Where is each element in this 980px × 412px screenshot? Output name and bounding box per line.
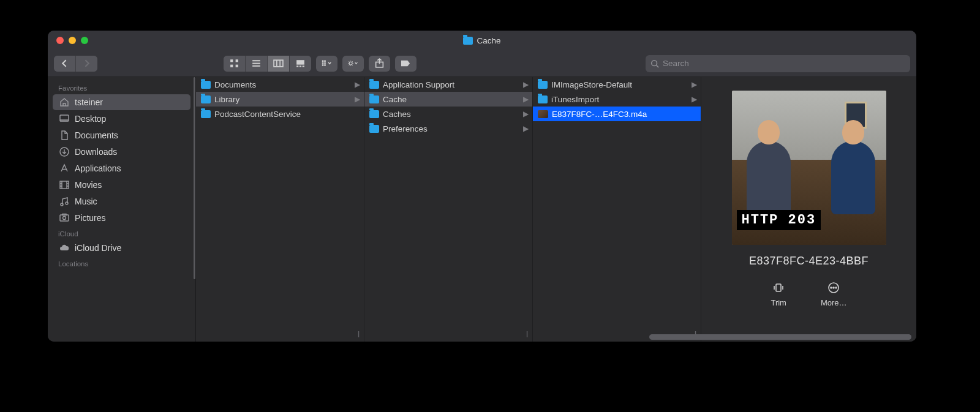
traffic-lights: [56, 37, 88, 44]
sidebar-item-desktop[interactable]: Desktop: [48, 111, 195, 127]
column-resize-handle[interactable]: ||: [358, 331, 363, 338]
chevron-right-icon: [81, 58, 92, 69]
icon-view-icon: [229, 58, 239, 69]
sidebar-item-movies[interactable]: Movies: [48, 177, 195, 193]
list-view-button[interactable]: [245, 56, 267, 72]
column: Application Support▶Cache▶Caches▶Prefere…: [364, 77, 533, 342]
svg-rect-2: [230, 65, 233, 67]
svg-point-24: [63, 217, 66, 220]
svg-rect-20: [60, 181, 69, 189]
share-button[interactable]: [369, 56, 390, 72]
tags-button-group: [395, 56, 417, 72]
chevron-right-icon: ▶: [523, 80, 529, 89]
folder-row[interactable]: Documents▶: [196, 77, 364, 92]
preview-badge: HTTP 203: [737, 210, 821, 230]
sidebar-item-music[interactable]: Music: [48, 193, 195, 209]
trim-label: Trim: [771, 298, 786, 307]
folder-row[interactable]: IMImageStore-Default▶: [533, 77, 701, 92]
sidebar-item-label: Documents: [75, 130, 118, 140]
preview-thumbnail: HTTP 203: [732, 91, 886, 245]
folder-row[interactable]: iTunesImport▶: [533, 92, 701, 107]
more-button[interactable]: More…: [821, 281, 847, 307]
gallery-view-icon: [295, 58, 306, 69]
tags-button[interactable]: [395, 56, 417, 72]
row-label: Cache: [383, 95, 519, 104]
chevron-right-icon: ▶: [523, 110, 529, 118]
sidebar-item-downloads[interactable]: Downloads: [48, 144, 195, 160]
row-label: Application Support: [383, 80, 519, 89]
home-icon: [59, 97, 70, 108]
search-icon: [650, 59, 659, 68]
svg-rect-6: [296, 66, 298, 67]
sidebar-item-label: Downloads: [75, 147, 117, 157]
more-icon: [827, 281, 840, 294]
gear-chevron-icon: [348, 58, 358, 69]
doc-icon: [59, 130, 70, 141]
folder-row[interactable]: Library▶: [196, 92, 364, 107]
icon-view-button[interactable]: [224, 56, 245, 72]
sidebar-item-pictures[interactable]: Pictures: [48, 210, 195, 226]
row-label: Preferences: [383, 124, 519, 133]
close-window-button[interactable]: [56, 37, 64, 44]
sidebar-section-header: Favorites: [48, 81, 195, 94]
svg-point-15: [349, 62, 352, 65]
forward-button[interactable]: [75, 56, 97, 72]
sidebar-item-label: Movies: [75, 180, 102, 190]
column-view-icon: [273, 58, 284, 69]
svg-rect-10: [324, 60, 326, 62]
folder-row[interactable]: Preferences▶: [364, 121, 532, 136]
horizontal-scrollbar[interactable]: [649, 334, 911, 340]
column-resize-handle[interactable]: ||: [526, 331, 531, 338]
preview-pane: HTTP 203 E837F8FC-4E23-4BBF Trim More…: [701, 77, 916, 342]
folder-row[interactable]: Caches▶: [364, 107, 532, 121]
cloud-icon: [59, 242, 70, 253]
window-body: FavoriteststeinerDesktopDocumentsDownloa…: [48, 77, 916, 342]
chevron-right-icon: ▶: [523, 95, 529, 103]
folder-icon: [201, 96, 211, 103]
trim-icon: [772, 281, 785, 294]
svg-rect-12: [324, 62, 326, 64]
sidebar-item-applications[interactable]: Applications: [48, 160, 195, 176]
column-view-button[interactable]: [267, 56, 289, 72]
sidebar-item-label: Music: [75, 197, 97, 206]
nav-buttons: [54, 56, 97, 72]
folder-row[interactable]: PodcastContentService: [196, 107, 364, 121]
svg-rect-0: [230, 59, 233, 62]
column: IMImageStore-Default▶iTunesImport▶E837F8…: [533, 77, 701, 342]
zoom-window-button[interactable]: [81, 37, 88, 44]
sidebar-item-documents[interactable]: Documents: [48, 127, 195, 143]
folder-icon: [538, 96, 548, 103]
svg-rect-3: [236, 65, 238, 67]
svg-rect-4: [274, 60, 283, 67]
row-label: E837F8FC-…E4FC3.m4a: [552, 110, 697, 119]
view-mode-buttons: [224, 56, 311, 72]
chevron-right-icon: ▶: [692, 95, 697, 103]
trim-button[interactable]: Trim: [771, 281, 786, 307]
sidebar-item-tsteiner[interactable]: tsteiner: [53, 94, 190, 110]
row-label: iTunesImport: [551, 95, 688, 104]
folder-row[interactable]: Application Support▶: [364, 77, 532, 92]
group-by-button[interactable]: [316, 56, 337, 72]
svg-rect-11: [322, 62, 324, 64]
share-button-group: [369, 56, 390, 72]
search-input[interactable]: [663, 59, 905, 68]
grid-chevron-icon: [322, 58, 332, 69]
action-menu-button[interactable]: [342, 56, 364, 72]
gallery-view-button[interactable]: [289, 56, 311, 72]
folder-row[interactable]: Cache▶: [364, 92, 532, 107]
search-field[interactable]: [646, 55, 910, 72]
row-label: Caches: [383, 110, 519, 119]
sidebar-item-icloud-drive[interactable]: iCloud Drive: [48, 240, 195, 256]
row-label: Documents: [214, 80, 351, 89]
folder-icon: [369, 81, 379, 89]
sidebar-item-label: Pictures: [75, 213, 106, 223]
sidebar-section-header: iCloud: [48, 227, 195, 240]
sidebar-item-label: tsteiner: [75, 97, 103, 107]
minimize-window-button[interactable]: [69, 37, 76, 44]
file-row[interactable]: E837F8FC-…E4FC3.m4a: [533, 107, 701, 121]
chevron-left-icon: [59, 58, 70, 69]
finder-window: Cache: [48, 31, 916, 342]
download-icon: [59, 146, 70, 157]
group-by-button-group: [316, 56, 337, 72]
back-button[interactable]: [54, 56, 75, 72]
